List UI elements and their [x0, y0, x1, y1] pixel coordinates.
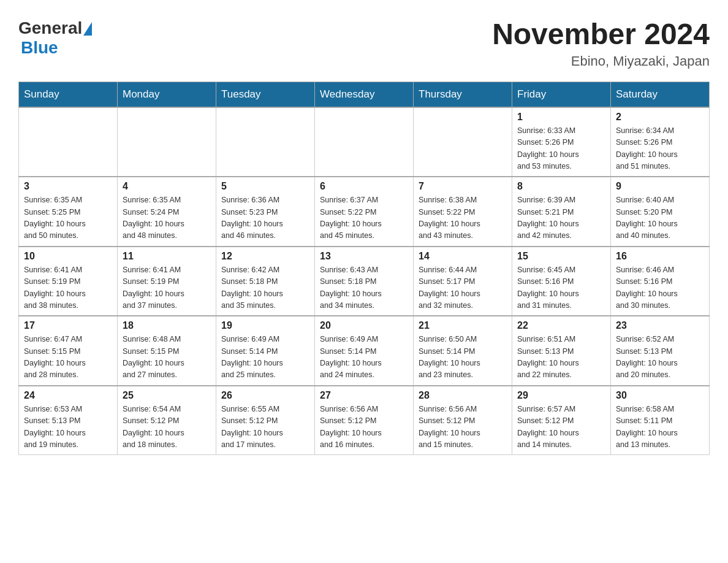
day-info: Sunrise: 6:47 AMSunset: 5:15 PMDaylight:…: [24, 334, 112, 381]
week-row-1: 1Sunrise: 6:33 AMSunset: 5:26 PMDaylight…: [19, 107, 710, 177]
day-cell: 18Sunrise: 6:48 AMSunset: 5:15 PMDayligh…: [118, 316, 216, 386]
day-cell: 10Sunrise: 6:41 AMSunset: 5:19 PMDayligh…: [19, 247, 118, 316]
day-cell: 22Sunrise: 6:51 AMSunset: 5:13 PMDayligh…: [512, 316, 611, 386]
day-cell: 30Sunrise: 6:58 AMSunset: 5:11 PMDayligh…: [611, 386, 710, 455]
col-header-saturday: Saturday: [611, 82, 710, 107]
day-cell: 20Sunrise: 6:49 AMSunset: 5:14 PMDayligh…: [315, 316, 414, 386]
week-row-4: 17Sunrise: 6:47 AMSunset: 5:15 PMDayligh…: [19, 316, 710, 386]
col-header-thursday: Thursday: [414, 82, 512, 107]
day-number: 26: [221, 390, 309, 401]
day-number: 11: [123, 251, 211, 262]
day-cell: [414, 107, 512, 177]
day-info: Sunrise: 6:34 AMSunset: 5:26 PMDaylight:…: [616, 125, 704, 173]
day-number: 28: [419, 390, 507, 401]
day-info: Sunrise: 6:38 AMSunset: 5:22 PMDaylight:…: [419, 194, 507, 242]
day-cell: [118, 107, 216, 177]
day-cell: 23Sunrise: 6:52 AMSunset: 5:13 PMDayligh…: [611, 316, 710, 386]
day-number: 18: [123, 320, 211, 331]
day-cell: [19, 107, 118, 177]
col-header-wednesday: Wednesday: [315, 82, 414, 107]
day-cell: 25Sunrise: 6:54 AMSunset: 5:12 PMDayligh…: [118, 386, 216, 455]
day-number: 13: [320, 251, 408, 262]
day-cell: 24Sunrise: 6:53 AMSunset: 5:13 PMDayligh…: [19, 386, 118, 455]
day-number: 21: [419, 320, 507, 331]
day-number: 8: [517, 181, 605, 192]
day-number: 25: [123, 390, 211, 401]
day-info: Sunrise: 6:41 AMSunset: 5:19 PMDaylight:…: [123, 264, 211, 312]
logo-general: General: [18, 18, 82, 38]
day-number: 3: [24, 181, 112, 192]
day-info: Sunrise: 6:57 AMSunset: 5:12 PMDaylight:…: [517, 404, 605, 451]
title-block: November 2024 Ebino, Miyazaki, Japan: [492, 18, 710, 69]
day-info: Sunrise: 6:39 AMSunset: 5:21 PMDaylight:…: [517, 194, 605, 242]
logo-triangle-icon: [83, 22, 92, 36]
day-cell: 3Sunrise: 6:35 AMSunset: 5:25 PMDaylight…: [19, 177, 118, 247]
day-number: 2: [616, 112, 704, 123]
day-number: 7: [419, 181, 507, 192]
day-cell: 21Sunrise: 6:50 AMSunset: 5:14 PMDayligh…: [414, 316, 512, 386]
day-cell: 2Sunrise: 6:34 AMSunset: 5:26 PMDaylight…: [611, 107, 710, 177]
day-number: 5: [221, 181, 309, 192]
day-info: Sunrise: 6:37 AMSunset: 5:22 PMDaylight:…: [320, 194, 408, 242]
day-cell: 11Sunrise: 6:41 AMSunset: 5:19 PMDayligh…: [118, 247, 216, 316]
day-info: Sunrise: 6:58 AMSunset: 5:11 PMDaylight:…: [616, 404, 704, 451]
day-number: 30: [616, 390, 704, 401]
day-number: 6: [320, 181, 408, 192]
location-label: Ebino, Miyazaki, Japan: [492, 53, 710, 69]
day-cell: 27Sunrise: 6:56 AMSunset: 5:12 PMDayligh…: [315, 386, 414, 455]
day-info: Sunrise: 6:53 AMSunset: 5:13 PMDaylight:…: [24, 404, 112, 451]
day-info: Sunrise: 6:56 AMSunset: 5:12 PMDaylight:…: [320, 404, 408, 451]
week-row-5: 24Sunrise: 6:53 AMSunset: 5:13 PMDayligh…: [19, 386, 710, 455]
col-header-monday: Monday: [118, 82, 216, 107]
day-cell: 28Sunrise: 6:56 AMSunset: 5:12 PMDayligh…: [414, 386, 512, 455]
day-number: 10: [24, 251, 112, 262]
day-info: Sunrise: 6:50 AMSunset: 5:14 PMDaylight:…: [419, 334, 507, 381]
day-cell: 29Sunrise: 6:57 AMSunset: 5:12 PMDayligh…: [512, 386, 611, 455]
day-number: 23: [616, 320, 704, 331]
day-info: Sunrise: 6:54 AMSunset: 5:12 PMDaylight:…: [123, 404, 211, 451]
day-number: 12: [221, 251, 309, 262]
month-title: November 2024: [492, 18, 710, 51]
day-cell: [216, 107, 315, 177]
day-info: Sunrise: 6:43 AMSunset: 5:18 PMDaylight:…: [320, 264, 408, 312]
day-number: 27: [320, 390, 408, 401]
page-header: General Blue November 2024 Ebino, Miyaza…: [18, 18, 710, 69]
logo-blue: Blue: [21, 38, 58, 57]
day-number: 9: [616, 181, 704, 192]
day-number: 16: [616, 251, 704, 262]
day-number: 17: [24, 320, 112, 331]
day-info: Sunrise: 6:52 AMSunset: 5:13 PMDaylight:…: [616, 334, 704, 381]
day-info: Sunrise: 6:45 AMSunset: 5:16 PMDaylight:…: [517, 264, 605, 312]
day-cell: 4Sunrise: 6:35 AMSunset: 5:24 PMDaylight…: [118, 177, 216, 247]
day-cell: 15Sunrise: 6:45 AMSunset: 5:16 PMDayligh…: [512, 247, 611, 316]
calendar-header-row: SundayMondayTuesdayWednesdayThursdayFrid…: [19, 82, 710, 107]
logo: General Blue: [18, 18, 92, 58]
day-cell: 7Sunrise: 6:38 AMSunset: 5:22 PMDaylight…: [414, 177, 512, 247]
day-info: Sunrise: 6:46 AMSunset: 5:16 PMDaylight:…: [616, 264, 704, 312]
day-cell: 8Sunrise: 6:39 AMSunset: 5:21 PMDaylight…: [512, 177, 611, 247]
week-row-2: 3Sunrise: 6:35 AMSunset: 5:25 PMDaylight…: [19, 177, 710, 247]
day-info: Sunrise: 6:35 AMSunset: 5:24 PMDaylight:…: [123, 194, 211, 242]
day-info: Sunrise: 6:48 AMSunset: 5:15 PMDaylight:…: [123, 334, 211, 381]
day-number: 29: [517, 390, 605, 401]
day-info: Sunrise: 6:51 AMSunset: 5:13 PMDaylight:…: [517, 334, 605, 381]
day-number: 14: [419, 251, 507, 262]
day-cell: 17Sunrise: 6:47 AMSunset: 5:15 PMDayligh…: [19, 316, 118, 386]
day-info: Sunrise: 6:42 AMSunset: 5:18 PMDaylight:…: [221, 264, 309, 312]
day-cell: 19Sunrise: 6:49 AMSunset: 5:14 PMDayligh…: [216, 316, 315, 386]
day-number: 15: [517, 251, 605, 262]
day-info: Sunrise: 6:40 AMSunset: 5:20 PMDaylight:…: [616, 194, 704, 242]
day-cell: 12Sunrise: 6:42 AMSunset: 5:18 PMDayligh…: [216, 247, 315, 316]
day-cell: 1Sunrise: 6:33 AMSunset: 5:26 PMDaylight…: [512, 107, 611, 177]
day-number: 4: [123, 181, 211, 192]
day-number: 20: [320, 320, 408, 331]
col-header-tuesday: Tuesday: [216, 82, 315, 107]
day-info: Sunrise: 6:44 AMSunset: 5:17 PMDaylight:…: [419, 264, 507, 312]
week-row-3: 10Sunrise: 6:41 AMSunset: 5:19 PMDayligh…: [19, 247, 710, 316]
day-info: Sunrise: 6:36 AMSunset: 5:23 PMDaylight:…: [221, 194, 309, 242]
day-cell: 26Sunrise: 6:55 AMSunset: 5:12 PMDayligh…: [216, 386, 315, 455]
day-info: Sunrise: 6:49 AMSunset: 5:14 PMDaylight:…: [221, 334, 309, 381]
day-cell: 9Sunrise: 6:40 AMSunset: 5:20 PMDaylight…: [611, 177, 710, 247]
day-cell: 14Sunrise: 6:44 AMSunset: 5:17 PMDayligh…: [414, 247, 512, 316]
day-number: 24: [24, 390, 112, 401]
